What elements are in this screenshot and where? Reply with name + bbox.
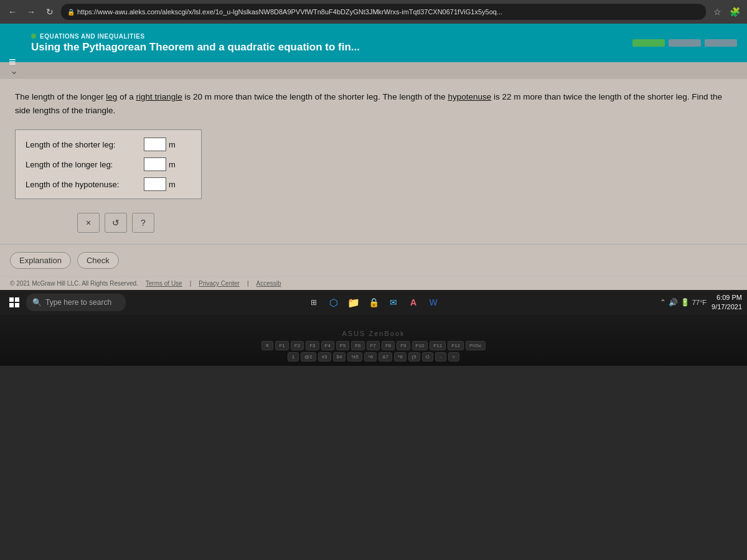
explanation-button[interactable]: Explanation (10, 252, 71, 269)
progress-bar-empty-1 (669, 39, 701, 47)
longer-leg-input-wrap: m (144, 157, 176, 171)
key-1[interactable]: 1 (288, 352, 299, 362)
terms-link[interactable]: Terms of Use (146, 280, 182, 287)
longer-leg-unit: m (169, 160, 176, 169)
key-f10[interactable]: F10 (412, 341, 428, 350)
header-left: EQUATIONS AND INEQUALITIES Using the Pyt… (31, 33, 360, 54)
key-equals[interactable]: = (448, 352, 459, 362)
right-triangle-link[interactable]: right triangle (136, 92, 182, 101)
taskbar-center-icons: ⊞ ⬡ 📁 🔒 ✉ A W (305, 294, 442, 311)
action-buttons: × ↺ ? (77, 213, 732, 233)
key-f3[interactable]: F3 (306, 341, 319, 350)
close-button[interactable]: × (77, 213, 100, 233)
key-6[interactable]: ^6 (364, 352, 377, 362)
address-bar[interactable]: 🔒 https://www-awu.aleks.com/alekscgi/x/l… (61, 4, 706, 20)
bookmark-star-button[interactable]: ☆ (710, 4, 725, 19)
problem-text: The length of the longer leg of a right … (15, 90, 732, 117)
chevron-area: ⌄ (0, 62, 747, 79)
taskbar-right: ⌃ 🔊 🔋 77°F 6:09 PM 9/17/2021 (660, 293, 742, 312)
number-key-row: 1 @2 #3 $4 %5 ^6 &7 *8 (9 O - = (288, 352, 459, 362)
taskview-icon[interactable]: ⊞ (305, 294, 322, 311)
battery-icon: 🔋 (680, 298, 690, 307)
key-prtsc[interactable]: PrtSc (466, 341, 486, 350)
check-button[interactable]: Check (77, 252, 119, 269)
hypotenuse-row: Length of the hypotenuse: m (26, 177, 191, 191)
status-dot (31, 34, 36, 39)
progress-bar-empty-2 (705, 39, 737, 47)
key-9[interactable]: (9 (408, 352, 420, 362)
longer-leg-input[interactable] (144, 157, 166, 171)
key-5[interactable]: %5 (347, 352, 362, 362)
privacy-link[interactable]: Privacy Center (199, 280, 240, 287)
content-body: The length of the longer leg of a right … (0, 79, 747, 244)
function-key-row: ✕ F1 F2 F3 F4 F5 F6 F7 F8 F9 F10 F11 F12… (261, 341, 485, 350)
key-0[interactable]: O (422, 352, 433, 362)
header-bar: ≡ EQUATIONS AND INEQUALITIES Using the P… (0, 24, 747, 62)
key-f7[interactable]: F7 (367, 341, 380, 350)
page-title: Using the Pythagorean Theorem and a quad… (31, 41, 360, 54)
progress-bar-filled (632, 39, 665, 47)
speaker-icon: 🔊 (669, 298, 678, 307)
accessib-link[interactable]: Accessib (256, 280, 281, 287)
taskbar: 🔍 Type here to search ⊞ ⬡ 📁 🔒 ✉ A W ⌃ 🔊 … (0, 290, 747, 315)
hypotenuse-input[interactable] (144, 177, 166, 191)
key-f11[interactable]: F11 (430, 341, 446, 350)
hypotenuse-label: Length of the hypotenuse: (26, 180, 144, 189)
help-button[interactable]: ? (132, 213, 154, 233)
bottom-bar: Explanation Check (0, 244, 747, 276)
key-mute[interactable]: ✕ (261, 341, 273, 350)
folder-icon[interactable]: 📁 (345, 294, 362, 311)
windows-logo-icon (9, 297, 19, 307)
aleks-icon[interactable]: A (405, 294, 422, 311)
url-text: https://www-awu.aleks.com/alekscgi/x/lsl… (77, 8, 502, 16)
shorter-leg-input-wrap: m (144, 138, 176, 151)
word-icon[interactable]: W (425, 294, 442, 311)
longer-leg-label: Length of the longer leg: (26, 160, 144, 169)
shorter-leg-input[interactable] (144, 138, 166, 151)
key-f8[interactable]: F8 (382, 341, 395, 350)
hypotenuse-link[interactable]: hypotenuse (448, 92, 491, 101)
date-display: 9/17/2021 (712, 302, 742, 312)
key-minus[interactable]: - (435, 352, 446, 362)
refresh-button[interactable]: ↻ (42, 4, 57, 19)
key-f9[interactable]: F9 (397, 341, 410, 350)
laptop-brand-label: ASUS ZenBook (342, 330, 405, 337)
browser-actions: ☆ 🧩 (710, 4, 742, 19)
key-f4[interactable]: F4 (321, 341, 334, 350)
key-f1[interactable]: F1 (275, 341, 288, 350)
shorter-leg-unit: m (169, 140, 176, 149)
key-f12[interactable]: F12 (448, 341, 464, 350)
lock-tb-icon[interactable]: 🔒 (365, 294, 382, 311)
hypotenuse-unit: m (169, 180, 176, 189)
copyright-text: © 2021 McGraw Hill LLC. All Rights Reser… (10, 280, 138, 287)
longer-leg-row: Length of the longer leg: m (26, 157, 191, 171)
time-display: 6:09 PM (712, 293, 742, 302)
key-f6[interactable]: F6 (351, 341, 364, 350)
copyright-bar: © 2021 McGraw Hill LLC. All Rights Reser… (0, 276, 747, 290)
hamburger-menu-button[interactable]: ≡ (9, 55, 16, 69)
key-f5[interactable]: F5 (336, 341, 349, 350)
browser-chrome: ← → ↻ 🔒 https://www-awu.aleks.com/aleksc… (0, 0, 747, 24)
key-2[interactable]: @2 (301, 352, 316, 362)
mail-icon[interactable]: ✉ (385, 294, 402, 311)
temp-text: 77°F (692, 299, 707, 306)
key-8[interactable]: *8 (394, 352, 406, 362)
system-tray-icons: ⌃ 🔊 🔋 77°F (660, 298, 707, 307)
key-f2[interactable]: F2 (291, 341, 304, 350)
start-button[interactable] (5, 293, 24, 312)
lock-icon: 🔒 (67, 9, 75, 16)
extensions-button[interactable]: 🧩 (727, 4, 742, 19)
hypotenuse-input-wrap: m (144, 177, 176, 191)
key-4[interactable]: $4 (333, 352, 346, 362)
key-7[interactable]: &7 (378, 352, 392, 362)
back-button[interactable]: ← (5, 4, 20, 19)
edge-icon[interactable]: ⬡ (325, 294, 342, 311)
key-3[interactable]: #3 (318, 352, 331, 362)
section-label: EQUATIONS AND INEQUALITIES (31, 33, 360, 40)
taskbar-search[interactable]: 🔍 Type here to search (26, 294, 126, 311)
forward-button[interactable]: → (24, 4, 39, 19)
clock: 6:09 PM 9/17/2021 (712, 293, 742, 312)
progress-indicators (632, 39, 737, 47)
undo-button[interactable]: ↺ (105, 213, 127, 233)
leg-link[interactable]: leg (106, 92, 117, 101)
